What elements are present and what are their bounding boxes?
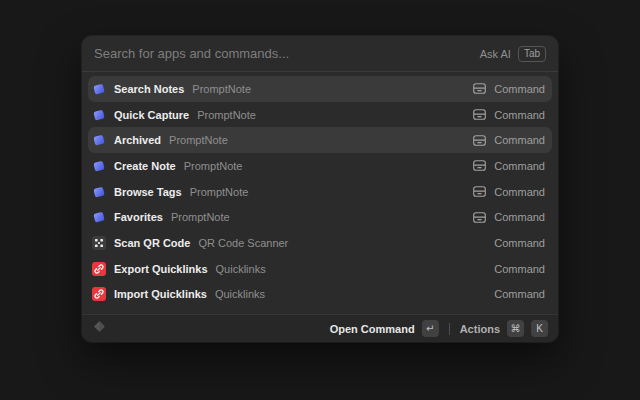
item-title: Export Quicklinks	[114, 263, 208, 275]
item-type-label: Command	[494, 134, 545, 146]
keyboard-icon	[473, 212, 486, 223]
open-command-label: Open Command	[330, 323, 415, 335]
item-title: Search Notes	[114, 83, 184, 95]
item-type-label: Command	[494, 211, 545, 223]
keyboard-icon	[473, 83, 486, 94]
actions-button[interactable]: Actions ⌘ K	[460, 320, 548, 337]
item-subtitle: QR Code Scanner	[198, 237, 288, 249]
list-item[interactable]: Search Notes PromptNote Command	[88, 76, 552, 102]
promptnote-icon	[92, 185, 106, 199]
qr-code-icon	[92, 236, 106, 250]
footer: Open Command ↵ Actions ⌘ K	[82, 314, 558, 342]
k-key-badge: K	[531, 320, 548, 337]
item-type-label: Command	[494, 109, 545, 121]
keyboard-icon	[473, 109, 486, 120]
search-input[interactable]	[94, 46, 480, 61]
list-item[interactable]: Browse Tags PromptNote Command	[88, 179, 552, 205]
item-subtitle: PromptNote	[184, 160, 243, 172]
cmd-key-badge: ⌘	[507, 320, 524, 337]
item-type-label: Command	[494, 186, 545, 198]
enter-key-badge: ↵	[422, 320, 439, 337]
item-title: Create Note	[114, 160, 176, 172]
list-item[interactable]: Create Note PromptNote Command	[88, 153, 552, 179]
ask-ai-button[interactable]: Ask AI Tab	[480, 46, 546, 62]
item-type-label: Command	[494, 160, 545, 172]
ask-ai-label: Ask AI	[480, 48, 511, 60]
item-title: Import Quicklinks	[114, 288, 207, 300]
actions-label: Actions	[460, 323, 500, 335]
item-type-label: Command	[494, 263, 545, 275]
list-item[interactable]: Export Quicklinks Quicklinks Command	[88, 256, 552, 282]
item-type-label: Command	[494, 237, 545, 249]
item-type-label: Command	[494, 83, 545, 95]
list-item[interactable]: Scan QR Code QR Code Scanner Command	[88, 230, 552, 256]
item-subtitle: PromptNote	[190, 186, 249, 198]
promptnote-icon	[92, 82, 106, 96]
item-type-label: Command	[494, 288, 545, 300]
footer-divider	[449, 323, 450, 335]
item-title: Scan QR Code	[114, 237, 190, 249]
tab-key-badge: Tab	[518, 46, 546, 62]
item-title: Quick Capture	[114, 109, 189, 121]
item-subtitle: Quicklinks	[215, 288, 265, 300]
quicklink-icon	[92, 262, 106, 276]
promptnote-icon	[92, 108, 106, 122]
promptnote-icon	[92, 133, 106, 147]
command-list: Search Notes PromptNote Command Quick Ca…	[82, 72, 558, 314]
quicklink-icon	[92, 287, 106, 301]
promptnote-icon	[92, 159, 106, 173]
promptnote-icon	[92, 210, 106, 224]
item-subtitle: PromptNote	[171, 211, 230, 223]
list-item[interactable]: Favorites PromptNote Command	[88, 204, 552, 230]
item-title: Archived	[114, 134, 161, 146]
list-item[interactable]: Quick Capture PromptNote Command	[88, 102, 552, 128]
keyboard-icon	[473, 186, 486, 197]
open-command-button[interactable]: Open Command ↵	[330, 320, 439, 337]
item-subtitle: PromptNote	[169, 134, 228, 146]
search-bar: Ask AI Tab	[82, 36, 558, 72]
item-subtitle: PromptNote	[192, 83, 251, 95]
list-item[interactable]: Import Quicklinks Quicklinks Command	[88, 282, 552, 308]
raycast-logo-icon[interactable]	[92, 319, 107, 338]
item-subtitle: PromptNote	[197, 109, 256, 121]
keyboard-icon	[473, 135, 486, 146]
launcher-window: Ask AI Tab Search Notes PromptNote Comma…	[82, 36, 558, 342]
list-item[interactable]: Archived PromptNote Command	[88, 127, 552, 153]
keyboard-icon	[473, 160, 486, 171]
item-subtitle: Quicklinks	[216, 263, 266, 275]
item-title: Favorites	[114, 211, 163, 223]
item-title: Browse Tags	[114, 186, 182, 198]
